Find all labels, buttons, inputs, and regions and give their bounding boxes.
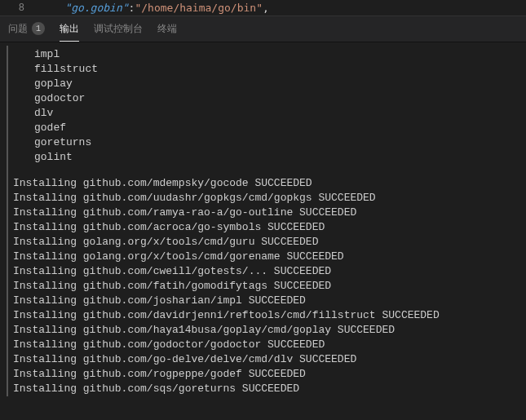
list-item: Installing github.com/haya14busa/goplay/… bbox=[13, 323, 519, 338]
output-panel[interactable]: impl fillstruct goplay godoctor dlv gode… bbox=[0, 42, 526, 420]
json-trailing: , bbox=[263, 2, 269, 14]
tab-debug-console-label: 调试控制台 bbox=[94, 22, 143, 36]
tool-list: impl fillstruct goplay godoctor dlv gode… bbox=[13, 47, 519, 165]
list-item: Installing github.com/acroca/go-symbols … bbox=[13, 220, 519, 235]
list-item: Installing golang.org/x/tools/cmd/gorena… bbox=[13, 250, 519, 264]
editor-line[interactable]: 8 "go.gobin":"/home/haima/go/bin", bbox=[0, 0, 526, 16]
list-item: godoctor bbox=[34, 91, 519, 106]
list-item: goplay bbox=[34, 77, 519, 91]
json-value: "/home/haima/go/bin" bbox=[135, 2, 263, 14]
code-content[interactable]: "go.gobin":"/home/haima/go/bin", bbox=[39, 2, 526, 14]
list-item: Installing github.com/sqs/goreturns SUCC… bbox=[13, 382, 519, 396]
tab-problems-label: 问题 bbox=[8, 22, 28, 36]
tab-debug-console[interactable]: 调试控制台 bbox=[94, 16, 143, 42]
list-item: Installing github.com/rogpeppe/godef SUC… bbox=[13, 367, 519, 382]
list-item: Installing github.com/ramya-rao-a/go-out… bbox=[13, 206, 519, 220]
tab-terminal-label: 终端 bbox=[157, 22, 177, 36]
list-item: Installing github.com/cweill/gotests/...… bbox=[13, 264, 519, 279]
list-item: Installing golang.org/x/tools/cmd/guru S… bbox=[13, 235, 519, 250]
install-list: Installing github.com/mdempsky/gocode SU… bbox=[13, 176, 519, 396]
problems-count-badge: 1 bbox=[32, 22, 45, 35]
tab-problems[interactable]: 问题 1 bbox=[8, 16, 45, 42]
tab-output[interactable]: 输出 bbox=[60, 16, 79, 42]
list-item: goreturns bbox=[34, 135, 519, 150]
list-item: golint bbox=[34, 150, 519, 165]
list-item: fillstruct bbox=[34, 62, 519, 77]
line-number: 8 bbox=[0, 2, 39, 14]
list-item: Installing github.com/fatih/gomodifytags… bbox=[13, 279, 519, 294]
list-item: Installing github.com/uudashr/gopkgs/cmd… bbox=[13, 191, 519, 206]
list-item: Installing github.com/mdempsky/gocode SU… bbox=[13, 176, 519, 191]
list-item: Installing github.com/godoctor/godoctor … bbox=[13, 338, 519, 352]
list-item: dlv bbox=[34, 106, 519, 121]
list-item: impl bbox=[34, 47, 519, 62]
list-item: Installing github.com/josharian/impl SUC… bbox=[13, 294, 519, 308]
output-content: impl fillstruct goplay godoctor dlv gode… bbox=[7, 46, 519, 396]
tab-terminal[interactable]: 终端 bbox=[157, 16, 177, 42]
panel-tabs: 问题 1 输出 调试控制台 终端 bbox=[0, 16, 526, 42]
json-key: "go.gobin" bbox=[64, 2, 128, 14]
tab-output-label: 输出 bbox=[60, 22, 79, 36]
list-item: godef bbox=[34, 121, 519, 135]
list-item: Installing github.com/go-delve/delve/cmd… bbox=[13, 352, 519, 367]
list-item: Installing github.com/davidrjenni/reftoo… bbox=[13, 308, 519, 323]
